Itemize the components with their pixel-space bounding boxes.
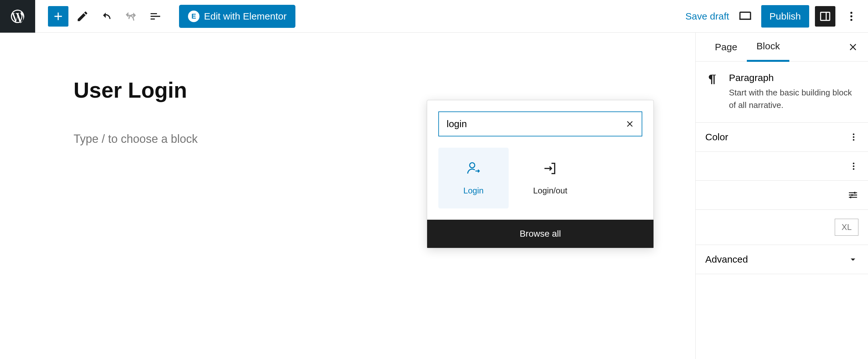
svg-point-3 bbox=[850, 11, 852, 13]
undo-icon bbox=[100, 10, 113, 23]
sidebar-icon bbox=[819, 10, 831, 22]
wordpress-logo[interactable] bbox=[0, 0, 35, 33]
more-vertical-icon bbox=[849, 161, 859, 171]
panel-label: Color bbox=[705, 132, 728, 142]
block-info: Paragraph Start with the basic building … bbox=[696, 61, 868, 123]
pencil-icon bbox=[76, 10, 89, 23]
elementor-icon: E bbox=[188, 10, 199, 22]
tools-button[interactable] bbox=[72, 6, 93, 27]
svg-point-5 bbox=[850, 19, 852, 21]
block-item-label: Login bbox=[463, 186, 484, 196]
tab-page[interactable]: Page bbox=[705, 33, 747, 61]
document-overview-button[interactable] bbox=[145, 6, 165, 27]
block-inserter-popup: Login Login/out Browse all bbox=[427, 100, 654, 248]
block-placeholder[interactable]: Type / to choose a block bbox=[73, 132, 197, 146]
svg-point-14 bbox=[851, 194, 853, 196]
block-item-login[interactable]: Login bbox=[438, 148, 509, 209]
block-item-loginout[interactable]: Login/out bbox=[515, 148, 585, 209]
save-draft-link[interactable]: Save draft bbox=[685, 11, 729, 22]
svg-point-13 bbox=[854, 192, 856, 194]
preview-button[interactable] bbox=[735, 6, 755, 27]
redo-icon bbox=[125, 10, 137, 23]
plus-icon bbox=[52, 10, 65, 23]
panel-advanced[interactable]: Advanced bbox=[696, 245, 868, 274]
svg-point-7 bbox=[853, 134, 855, 135]
login-user-icon bbox=[466, 161, 481, 176]
wordpress-icon bbox=[9, 8, 26, 24]
main-area: User Login Type / to choose a block bbox=[0, 33, 868, 359]
svg-point-15 bbox=[850, 196, 852, 198]
paragraph-icon bbox=[705, 73, 719, 111]
clear-search-button[interactable] bbox=[625, 119, 634, 129]
inserter-search-wrap bbox=[427, 100, 653, 148]
editor-top-bar: E Edit with Elementor Save draft Publish bbox=[0, 0, 868, 33]
browse-all-button[interactable]: Browse all bbox=[427, 220, 653, 248]
loginout-icon bbox=[542, 161, 558, 176]
close-sidebar-button[interactable] bbox=[847, 42, 859, 53]
svg-rect-1 bbox=[821, 12, 830, 20]
block-info-title: Paragraph bbox=[729, 73, 859, 83]
svg-point-9 bbox=[853, 139, 855, 141]
svg-point-12 bbox=[853, 168, 855, 170]
tab-block[interactable]: Block bbox=[747, 32, 789, 62]
desktop-icon bbox=[738, 9, 752, 23]
toolbar-left: E Edit with Elementor bbox=[35, 5, 296, 28]
publish-button[interactable]: Publish bbox=[761, 5, 809, 28]
panel-label: Advanced bbox=[705, 254, 748, 265]
chevron-down-icon bbox=[847, 254, 859, 265]
settings-toggle[interactable] bbox=[815, 6, 835, 27]
svg-rect-0 bbox=[740, 12, 750, 19]
sliders-icon[interactable] bbox=[847, 190, 859, 200]
toolbar-right: Save draft Publish bbox=[685, 5, 862, 28]
undo-button[interactable] bbox=[97, 6, 117, 27]
block-info-desc: Start with the basic building block of a… bbox=[729, 86, 859, 111]
size-xl-button[interactable]: XL bbox=[835, 219, 859, 236]
svg-point-10 bbox=[853, 162, 855, 164]
edit-with-elementor-button[interactable]: E Edit with Elementor bbox=[179, 5, 296, 28]
panel-typography[interactable] bbox=[696, 152, 868, 181]
more-vertical-icon bbox=[845, 10, 858, 22]
block-search-input[interactable] bbox=[438, 111, 642, 136]
panel-size-row bbox=[696, 181, 868, 210]
panel-size-options: XL bbox=[696, 210, 868, 245]
redo-button[interactable] bbox=[121, 6, 141, 27]
block-item-label: Login/out bbox=[533, 186, 567, 196]
sidebar-tabs: Page Block bbox=[696, 33, 868, 61]
settings-sidebar: Page Block Paragraph Start with the basi… bbox=[695, 33, 868, 359]
svg-point-8 bbox=[853, 136, 855, 138]
inserter-results: Login Login/out bbox=[427, 148, 653, 220]
options-button[interactable] bbox=[841, 6, 862, 27]
svg-point-11 bbox=[853, 165, 855, 167]
panel-color[interactable]: Color bbox=[696, 123, 868, 152]
close-icon bbox=[625, 119, 634, 129]
more-vertical-icon bbox=[849, 132, 859, 142]
svg-point-4 bbox=[850, 15, 852, 17]
list-view-icon bbox=[149, 10, 162, 23]
page-title[interactable]: User Login bbox=[73, 78, 612, 103]
elementor-label: Edit with Elementor bbox=[204, 11, 286, 22]
editor-canvas[interactable]: User Login Type / to choose a block bbox=[0, 33, 695, 359]
close-icon bbox=[847, 42, 859, 53]
svg-point-6 bbox=[470, 163, 475, 168]
add-block-button[interactable] bbox=[48, 6, 68, 27]
